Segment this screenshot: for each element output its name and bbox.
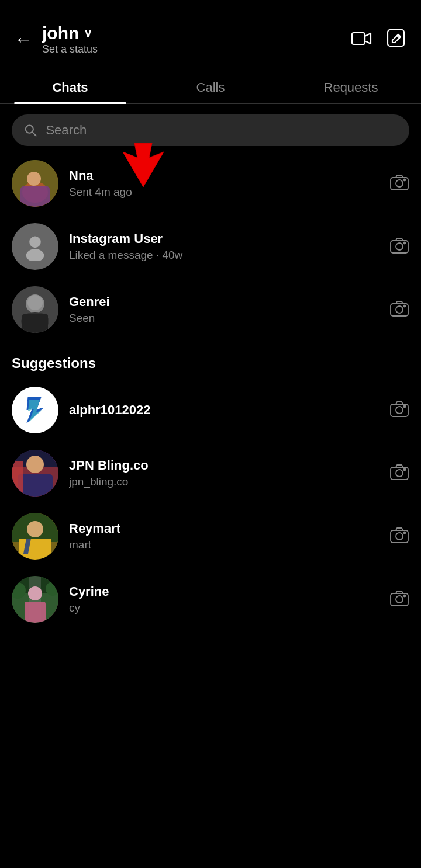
chat-item-instagram-user[interactable]: Instagram User Liked a message · 40w [0, 215, 421, 278]
svg-point-32 [404, 406, 406, 408]
chat-sub: cy [69, 602, 379, 614]
chat-name: Genrei [69, 294, 379, 310]
header-name[interactable]: john ∨ [42, 23, 98, 43]
svg-rect-2 [388, 30, 404, 46]
avatar-image [12, 286, 58, 333]
chat-item-genrei[interactable]: Genrei Seen [0, 278, 421, 341]
chat-name: Instagram User [69, 231, 379, 246]
svg-rect-46 [19, 539, 51, 560]
camera-button-instagram[interactable] [389, 235, 409, 258]
svg-point-15 [29, 237, 41, 248]
chat-name: Cyrine [69, 584, 379, 599]
camera-icon [389, 235, 409, 255]
tab-requests[interactable]: Requests [281, 70, 421, 103]
red-arrow-icon [117, 140, 170, 193]
chat-info-alphr: alphr1012022 [69, 402, 379, 418]
svg-point-41 [404, 469, 406, 471]
avatar-alphr [12, 387, 58, 433]
camera-button-alphr[interactable] [389, 399, 409, 421]
svg-marker-1 [365, 33, 371, 44]
svg-point-10 [27, 172, 41, 186]
avatar-genrei [12, 286, 58, 333]
compose-icon [386, 28, 407, 49]
avatar-instagram-user [12, 223, 58, 270]
camera-icon [389, 298, 409, 318]
camera-button-genrei[interactable] [389, 298, 409, 321]
chat-sub: Sent 4m ago [69, 186, 379, 199]
chat-info-instagram: Instagram User Liked a message · 40w [69, 231, 379, 262]
chat-info-nna: Nna Sent 4m ago [69, 168, 379, 199]
svg-point-36 [26, 456, 44, 473]
chat-list: Nna Sent 4m ago Instagram User Liked a m… [0, 152, 421, 341]
suggestion-item-reymart[interactable]: Reymart mart [0, 505, 421, 568]
svg-point-13 [396, 180, 403, 187]
svg-point-59 [396, 596, 403, 603]
svg-point-45 [27, 521, 43, 537]
video-camera-icon [351, 28, 372, 49]
svg-rect-55 [25, 602, 46, 623]
svg-point-18 [396, 243, 403, 250]
camera-button-cyrine[interactable] [389, 588, 409, 610]
search-bar [12, 114, 409, 146]
chat-sub: jpn_bling.co [69, 475, 379, 488]
camera-icon [389, 399, 409, 419]
suggestions-list: alphr1012022 JPN Bling.co [0, 379, 421, 631]
person-icon [21, 232, 49, 261]
svg-rect-38 [12, 461, 23, 497]
status-label[interactable]: Set a status [42, 43, 98, 55]
suggestion-item-jpn[interactable]: JPN Bling.co jpn_bling.co [0, 442, 421, 505]
svg-point-28 [404, 305, 406, 307]
chat-name: Reymart [69, 521, 379, 536]
tab-calls[interactable]: Calls [140, 70, 281, 103]
chat-name: alphr1012022 [69, 402, 379, 418]
suggestion-item-cyrine[interactable]: Cyrine cy [0, 568, 421, 631]
suggestion-item-alphr[interactable]: alphr1012022 [0, 379, 421, 442]
header-left: ← john ∨ Set a status [14, 23, 98, 55]
svg-point-27 [396, 306, 403, 313]
chat-info-reymart: Reymart mart [69, 521, 379, 551]
chat-info-cyrine: Cyrine cy [69, 584, 379, 614]
back-button[interactable]: ← [14, 29, 33, 50]
search-input[interactable] [46, 123, 398, 138]
camera-icon [389, 588, 409, 608]
svg-rect-25 [22, 314, 48, 333]
camera-button-nna[interactable] [389, 172, 409, 195]
compose-button[interactable] [386, 28, 407, 51]
chat-name: JPN Bling.co [69, 458, 379, 473]
avatar-image [12, 513, 58, 560]
tabs: Chats Calls Requests [0, 70, 421, 104]
camera-button-jpn[interactable] [389, 462, 409, 484]
avatar-jpn [12, 450, 58, 497]
svg-marker-5 [123, 143, 164, 187]
svg-point-40 [396, 470, 403, 477]
svg-rect-0 [352, 33, 365, 44]
avatar-image [12, 160, 58, 207]
header: ← john ∨ Set a status [0, 0, 421, 65]
header-icons [351, 28, 407, 51]
svg-line-4 [33, 132, 36, 136]
video-call-button[interactable] [351, 28, 372, 51]
avatar-cyrine [12, 576, 58, 623]
suggestions-heading: Suggestions [0, 341, 421, 379]
svg-point-49 [404, 532, 406, 534]
camera-button-reymart[interactable] [389, 525, 409, 547]
avatar-image [12, 450, 58, 497]
svg-point-48 [396, 533, 403, 540]
svg-point-54 [28, 586, 42, 600]
chat-info-jpn: JPN Bling.co jpn_bling.co [69, 458, 379, 488]
svg-rect-11 [20, 186, 50, 207]
username-label: john [42, 23, 79, 43]
svg-point-31 [396, 407, 403, 414]
tab-chats[interactable]: Chats [0, 70, 140, 103]
search-icon [23, 123, 37, 138]
chat-item-nna[interactable]: Nna Sent 4m ago [0, 152, 421, 215]
svg-point-16 [26, 249, 44, 261]
camera-icon [389, 525, 409, 545]
svg-point-24 [27, 295, 43, 310]
chat-sub: mart [69, 539, 379, 551]
avatar-reymart [12, 513, 58, 560]
alphr-logo-icon [16, 391, 54, 429]
chevron-down-icon: ∨ [84, 26, 92, 40]
header-title-block: john ∨ Set a status [42, 23, 98, 55]
avatar-nna [12, 160, 58, 207]
